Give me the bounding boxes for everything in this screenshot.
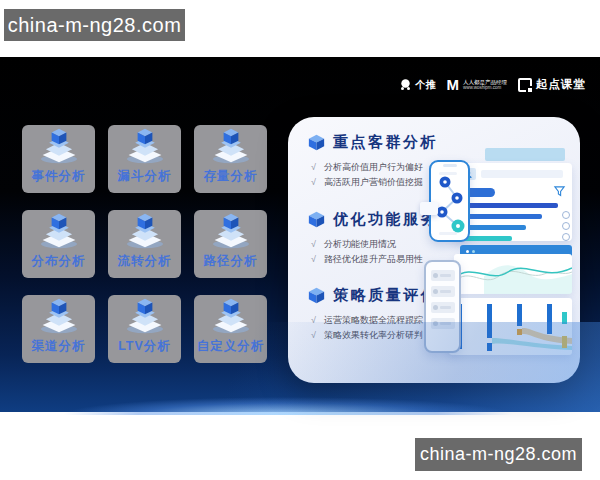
- event-analysis-icon: [37, 128, 81, 164]
- tile-label: 流转分析: [118, 253, 172, 270]
- check-icon: √: [311, 252, 316, 267]
- getui-label: 个推: [416, 78, 436, 92]
- list-item: [431, 318, 455, 329]
- bullet-text: 高活跃用户营销价值挖掘: [324, 175, 423, 190]
- woshipm-url: www.woshipm.com: [463, 85, 507, 90]
- tile-label: 自定义分析: [197, 338, 265, 355]
- bullet-text: 分析高价值用户行为偏好: [324, 160, 423, 175]
- bullet-text: 策略效果转化率分析研判: [324, 328, 423, 343]
- ltv-analysis-icon: [123, 298, 167, 334]
- bullet-text: 分析功能使用情况: [324, 237, 396, 252]
- list-item: [431, 270, 455, 281]
- metric-bar: [462, 236, 512, 241]
- getui-logo: 个推: [399, 78, 436, 92]
- window-dot: [466, 250, 469, 253]
- flow-analysis-icon: [123, 213, 167, 249]
- slide-background: 个推 M 人人都是产品经理 www.woshipm.com 起点课堂: [0, 57, 600, 412]
- watermark-bottom-right: china-m-ng28.com: [415, 438, 582, 471]
- metric-bar: [462, 225, 526, 230]
- channel-analysis-icon: [37, 298, 81, 334]
- woshipm-m-icon: M: [447, 77, 460, 92]
- tile-label: 分布分析: [32, 253, 86, 270]
- wave-line-chart: [454, 254, 572, 294]
- feature-card: 重点客群分析 √分析高价值用户行为偏好 √高活跃用户营销价值挖掘 优化功能服务 …: [288, 117, 580, 383]
- watermark-top-left: china-m-ng28.com: [4, 9, 185, 41]
- tile-label: 存量分析: [204, 168, 258, 185]
- check-icon: √: [311, 160, 316, 175]
- custom-analysis-icon: [209, 298, 253, 334]
- funnel-analysis-icon: [123, 128, 167, 164]
- wave-chart-panel: [454, 254, 572, 294]
- window-dot: [472, 250, 475, 253]
- row-icon: [562, 211, 570, 219]
- path-analysis-icon: [209, 213, 253, 249]
- tile-label: LTV分析: [118, 338, 171, 355]
- section-title: 重点客群分析: [333, 133, 438, 152]
- bottom-glow: [0, 391, 600, 415]
- bullet-text: 运营策略数据全流程跟踪: [324, 313, 423, 328]
- funnel-flow-panel: [449, 298, 572, 355]
- logo-row: 个推 M 人人都是产品经理 www.woshipm.com 起点课堂: [399, 77, 587, 92]
- page: china-m-ng28.com 个推 M 人人都是产品经理 www.woshi…: [0, 0, 600, 480]
- list-item: [431, 302, 455, 313]
- tile-label: 漏斗分析: [118, 168, 172, 185]
- tile-ltv-analysis: LTV分析: [108, 295, 181, 363]
- check-icon: √: [311, 328, 316, 343]
- tile-funnel-analysis: 漏斗分析: [108, 125, 181, 193]
- row-icon: [562, 233, 570, 241]
- cube-icon: [308, 287, 325, 304]
- tile-channel-analysis: 渠道分析: [22, 295, 95, 363]
- bullet-text: 路径优化提升产品易用性: [324, 252, 423, 267]
- tile-distribution-analysis: 分布分析: [22, 210, 95, 278]
- qidian-logo: 起点课堂: [518, 77, 586, 92]
- distribution-analysis-icon: [37, 213, 81, 249]
- woshipm-logo: M 人人都是产品经理 www.woshipm.com: [447, 77, 508, 92]
- tile-custom-analysis: 自定义分析: [194, 295, 267, 363]
- metric-bar: [462, 203, 558, 208]
- banner-bar: [485, 148, 565, 161]
- floating-tag: [420, 202, 438, 215]
- phone-list-mockup: [424, 260, 461, 353]
- header-placeholder-bar: [481, 170, 563, 178]
- phone-path-mockup: [429, 160, 470, 242]
- tile-label: 渠道分析: [32, 338, 86, 355]
- tile-stock-analysis: 存量分析: [194, 125, 267, 193]
- tile-flow-analysis: 流转分析: [108, 210, 181, 278]
- row-icon: [562, 222, 570, 230]
- stock-analysis-icon: [209, 128, 253, 164]
- flow-bars-chart: [449, 298, 572, 355]
- tile-label: 路径分析: [204, 253, 258, 270]
- check-icon: √: [311, 175, 316, 190]
- list-item: [431, 286, 455, 297]
- getui-paw-icon: [399, 78, 412, 91]
- tile-path-analysis: 路径分析: [194, 210, 267, 278]
- woshipm-label: 人人都是产品经理: [463, 79, 507, 86]
- metric-bar: [462, 214, 542, 219]
- cube-icon: [308, 211, 325, 228]
- section-title: 策略质量评估: [333, 286, 438, 305]
- dashboard-window: [454, 163, 572, 241]
- filter-funnel-icon: [553, 185, 566, 198]
- check-icon: √: [311, 313, 316, 328]
- cube-icon: [308, 134, 325, 151]
- qidian-label: 起点课堂: [536, 77, 586, 92]
- analysis-grid: 事件分析 漏斗分析 存量分析 分布分析 流转分析 路径分析: [22, 125, 267, 363]
- tile-label: 事件分析: [32, 168, 86, 185]
- tile-event-analysis: 事件分析: [22, 125, 95, 193]
- qidian-bracket-icon: [518, 78, 532, 92]
- check-icon: √: [311, 237, 316, 252]
